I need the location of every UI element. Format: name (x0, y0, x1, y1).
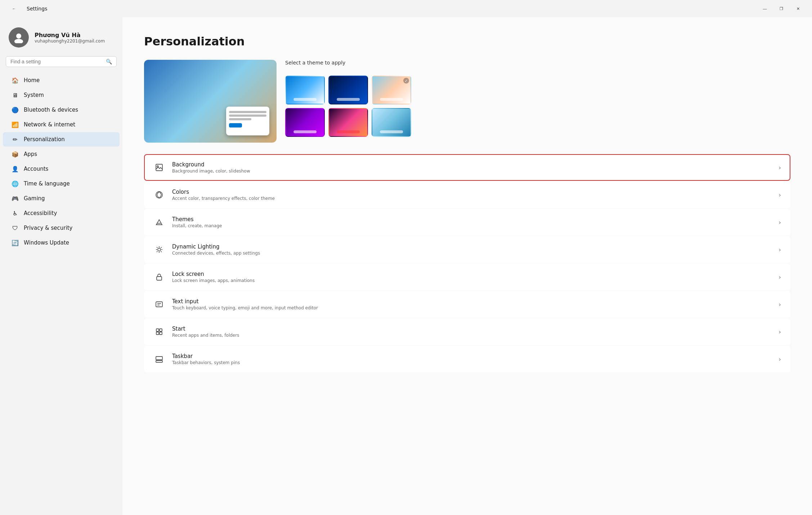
sidebar-item-label: Accounts (24, 166, 48, 172)
sidebar-item-label: Privacy & security (24, 225, 72, 231)
preview-line-2 (229, 115, 266, 117)
svg-line-12 (161, 251, 162, 252)
background-icon (153, 162, 165, 173)
taskbar-chevron: › (779, 356, 781, 363)
settings-item-background[interactable]: Background Background image, color, slid… (144, 154, 790, 181)
network-icon: 📶 (12, 121, 19, 128)
personalization-icon: ✏️ (12, 136, 19, 143)
settings-item-colors[interactable]: Colors Accent color, transparency effect… (144, 182, 790, 208)
sidebar-item-accessibility[interactable]: ♿ Accessibility (3, 206, 120, 220)
theme-thumb-vibrant[interactable] (328, 108, 368, 137)
maximize-button[interactable]: ❐ (773, 3, 790, 14)
settings-item-themes[interactable]: Themes Install, create, manage › (144, 209, 790, 236)
taskbar-desc: Taskbar behaviors, system pins (172, 360, 772, 365)
sidebar-item-windows-update[interactable]: 🔄 Windows Update (3, 236, 120, 250)
sidebar-item-label: Bluetooth & devices (24, 107, 78, 113)
colors-desc: Accent color, transparency effects, colo… (172, 196, 772, 201)
app-container: Phương Vũ Hà vuhaphuonghy2201@gmail.com … (0, 17, 812, 515)
gaming-icon: 🎮 (12, 195, 19, 202)
text-input-chevron: › (779, 301, 781, 308)
svg-rect-2 (156, 164, 162, 171)
sidebar-item-label: Apps (24, 151, 37, 157)
background-chevron: › (779, 164, 781, 171)
svg-rect-24 (156, 357, 162, 360)
sidebar-item-label: Personalization (24, 136, 65, 143)
preview-button-small (229, 123, 242, 127)
time-icon: 🌐 (12, 180, 19, 187)
preview-line-1 (229, 111, 266, 113)
settings-item-dynamic-lighting[interactable]: Dynamic Lighting Connected devices, effe… (144, 236, 790, 263)
titlebar-left: ← Settings (6, 3, 47, 14)
dynamic-lighting-chevron: › (779, 246, 781, 253)
background-title: Background (172, 161, 772, 168)
sidebar-item-apps[interactable]: 📦 Apps (3, 147, 120, 161)
windows-update-icon: 🔄 (12, 239, 19, 246)
user-email: vuhaphuonghy2201@gmail.com (35, 39, 105, 44)
sidebar-item-network[interactable]: 📶 Network & internet (3, 117, 120, 132)
lock-screen-chevron: › (779, 274, 781, 281)
svg-point-0 (16, 33, 21, 39)
bluetooth-icon: 🔵 (12, 106, 19, 113)
themes-desc: Install, create, manage (172, 223, 772, 228)
theme-thumb-ocean[interactable] (372, 108, 411, 137)
svg-rect-15 (157, 277, 162, 280)
settings-item-text-input[interactable]: Text input Touch keyboard, voice typing,… (144, 291, 790, 318)
colors-chevron: › (779, 192, 781, 198)
sidebar-item-bluetooth[interactable]: 🔵 Bluetooth & devices (3, 103, 120, 117)
sidebar-item-label: Time & language (24, 180, 70, 187)
sidebar-item-system[interactable]: 🖥 System (3, 88, 120, 102)
sidebar-item-time[interactable]: 🌐 Time & language (3, 176, 120, 191)
titlebar-controls: — ❐ ✕ (757, 3, 806, 14)
colors-icon (153, 189, 165, 201)
preview-window (226, 107, 269, 135)
settings-item-taskbar[interactable]: Taskbar Taskbar behaviors, system pins › (144, 346, 790, 372)
titlebar-title: Settings (27, 6, 47, 12)
text-input-icon (153, 299, 165, 310)
user-name: Phương Vũ Hà (35, 32, 105, 39)
main-content: Personalization Select a theme to appl (122, 17, 812, 515)
svg-rect-19 (156, 329, 159, 331)
start-desc: Recent apps and items, folders (172, 333, 772, 338)
titlebar: ← Settings — ❐ ✕ (0, 0, 812, 17)
svg-rect-22 (160, 332, 162, 335)
svg-line-11 (157, 247, 157, 248)
search-box[interactable]: 🔍 (6, 56, 117, 67)
sidebar-item-privacy[interactable]: 🛡 Privacy & security (3, 221, 120, 235)
theme-select-label: Select a theme to apply (285, 60, 411, 66)
settings-item-start[interactable]: Start Recent apps and items, folders › (144, 318, 790, 345)
svg-point-6 (158, 248, 161, 251)
theme-thumb-dark[interactable] (328, 76, 368, 104)
theme-preview-area: Select a theme to apply ✓ (144, 60, 790, 143)
system-icon: 🖥 (12, 91, 19, 99)
preview-line-3 (229, 118, 251, 120)
theme-thumb-light[interactable] (285, 76, 325, 104)
sidebar-item-personalization[interactable]: ✏️ Personalization (3, 132, 120, 147)
svg-line-14 (157, 251, 157, 252)
accessibility-icon: ♿ (12, 210, 19, 217)
themes-title: Themes (172, 216, 772, 223)
minimize-button[interactable]: — (757, 3, 773, 14)
sidebar-item-label: Accessibility (24, 210, 57, 216)
dynamic-lighting-desc: Connected devices, effects, app settings (172, 251, 772, 256)
theme-thumb-nature[interactable]: ✓ (372, 76, 411, 104)
theme-thumb-purple[interactable] (285, 108, 325, 137)
lock-screen-icon (153, 271, 165, 283)
theme-preview-image (144, 60, 277, 143)
back-button[interactable]: ← (6, 3, 22, 14)
start-icon (153, 326, 165, 337)
sidebar-item-gaming[interactable]: 🎮 Gaming (3, 191, 120, 206)
accounts-icon: 👤 (12, 165, 19, 173)
svg-rect-20 (160, 329, 162, 331)
text-input-title: Text input (172, 298, 772, 305)
sidebar-item-label: Gaming (24, 195, 45, 202)
close-button[interactable]: ✕ (790, 3, 806, 14)
search-input[interactable] (10, 59, 103, 64)
settings-item-lock-screen[interactable]: Lock screen Lock screen images, apps, an… (144, 264, 790, 290)
sidebar-item-home[interactable]: 🏠 Home (3, 73, 120, 88)
dynamic-lighting-icon (153, 244, 165, 255)
theme-thumbnails: ✓ (285, 76, 411, 137)
lock-screen-title: Lock screen (172, 271, 772, 277)
user-section[interactable]: Phương Vũ Hà vuhaphuonghy2201@gmail.com (0, 20, 122, 56)
svg-rect-23 (156, 360, 162, 362)
sidebar-item-accounts[interactable]: 👤 Accounts (3, 162, 120, 176)
